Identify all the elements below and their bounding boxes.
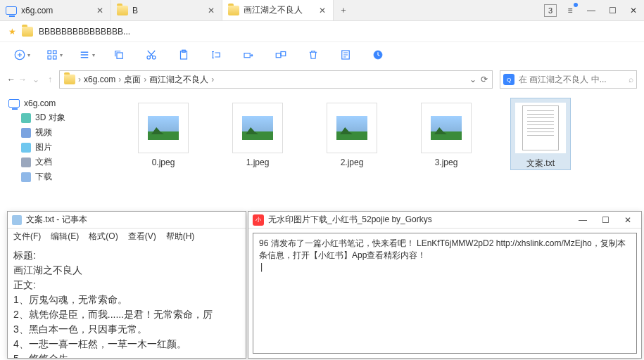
svg-rect-5: [117, 53, 122, 58]
copy-button[interactable]: [103, 42, 135, 68]
svg-rect-4: [53, 56, 57, 60]
bookmark-item[interactable]: BBBBBBBBBBBBBBB...: [39, 27, 130, 37]
app-titlebar[interactable]: 小 无水印图片下载_小红书_52pojie by_Gorkys ― ☐ ✕: [248, 212, 641, 229]
doc-icon: [21, 158, 31, 167]
maximize-button[interactable]: ☐: [602, 0, 623, 21]
address-row: ← → ⌄ ↑ › x6g.com › 桌面 › 画江湖之不良人 › ⌄⟳ Q …: [0, 68, 644, 91]
notepad-window: 文案.txt - 记事本 文件(F) 编辑(E) 格式(O) 查看(V) 帮助(…: [7, 211, 246, 359]
file-item-selected[interactable]: 文案.txt: [511, 98, 570, 169]
close-icon[interactable]: ✕: [206, 6, 216, 15]
rename-button[interactable]: [200, 42, 232, 68]
tree-download[interactable]: 下载: [3, 169, 117, 184]
tab-label: 画江湖之不良人: [244, 4, 313, 16]
menu-format[interactable]: 格式(O): [89, 231, 118, 243]
tab-label: B: [132, 6, 202, 15]
close-icon[interactable]: ✕: [95, 6, 105, 15]
tree-doc[interactable]: 文档: [3, 155, 117, 169]
tab-label: x6g.com: [21, 6, 91, 15]
svg-rect-10: [244, 53, 250, 58]
tab-strip: x6g.com ✕ B ✕ 画江湖之不良人 ✕ ＋ 3 ≡ ― ☐ ✕: [0, 0, 644, 21]
file-item[interactable]: 0.jpeg: [134, 98, 193, 167]
history-button[interactable]: [362, 42, 394, 68]
search-go-icon[interactable]: ⌕: [629, 75, 633, 84]
back-button[interactable]: ←: [7, 75, 15, 84]
cube-icon: [21, 113, 31, 123]
tab-count-badge[interactable]: 3: [544, 4, 557, 17]
close-button[interactable]: ✕: [619, 212, 637, 228]
notepad-body[interactable]: 标题: 画江湖之不良人 正文: 1、厉鬼勾魂，无常索命。 2、就凭你是臣，而我.…: [8, 244, 246, 358]
toolbar: ▾ ▾ ▾: [0, 42, 644, 68]
tab-active[interactable]: 画江湖之不良人 ✕: [222, 0, 334, 20]
app-icon: 小: [253, 214, 264, 226]
image-thumb: [421, 103, 472, 153]
folder-icon: [64, 75, 75, 84]
folder-icon: [228, 6, 239, 15]
refresh-button[interactable]: ⟳: [481, 75, 488, 84]
app-textarea[interactable]: 96 清发布了一篇小红书笔记，快来看吧！ LEnKfT6jMMW2pD2 htt…: [253, 233, 637, 354]
close-button[interactable]: ✕: [623, 0, 644, 21]
tab-x6g[interactable]: x6g.com ✕: [0, 0, 111, 20]
delete-button[interactable]: [297, 42, 329, 68]
app-title: 无水印图片下载_小红书_52pojie by_Gorkys: [268, 214, 432, 226]
copy-to-button[interactable]: [265, 42, 297, 68]
nav-arrows: ← → ⌄ ↑: [7, 75, 52, 84]
svg-rect-2: [53, 51, 57, 54]
svg-rect-3: [48, 56, 51, 60]
new-button[interactable]: ▾: [6, 42, 38, 68]
tree-video[interactable]: 视频: [3, 125, 117, 140]
window-controls: 3 ≡ ― ☐ ✕: [544, 0, 644, 20]
bookmarks-bar: ★ BBBBBBBBBBBBBBB...: [0, 21, 644, 42]
new-tab-button[interactable]: ＋: [334, 0, 353, 20]
up-button[interactable]: ↑: [48, 75, 52, 84]
image-thumb: [138, 103, 189, 153]
menu-help[interactable]: 帮助(H): [166, 231, 195, 243]
notepad-titlebar[interactable]: 文案.txt - 记事本: [8, 212, 246, 229]
menu-icon[interactable]: ≡: [560, 0, 581, 21]
tree-root[interactable]: x6g.com: [3, 96, 117, 110]
folder-icon: [117, 6, 128, 15]
folder-icon: [22, 27, 33, 37]
tab-b[interactable]: B ✕: [111, 0, 222, 20]
crumb[interactable]: x6g.com: [84, 75, 115, 84]
menu-file[interactable]: 文件(F): [13, 231, 41, 243]
breadcrumb[interactable]: › x6g.com › 桌面 › 画江湖之不良人 › ⌄⟳: [59, 70, 493, 89]
notepad-menu: 文件(F) 编辑(E) 格式(O) 查看(V) 帮助(H): [8, 229, 246, 244]
crumb[interactable]: 桌面: [124, 74, 141, 86]
menu-view[interactable]: 查看(V): [128, 231, 156, 243]
file-item[interactable]: 3.jpeg: [417, 98, 476, 167]
properties-button[interactable]: [329, 42, 362, 68]
app-window: 小 无水印图片下载_小红书_52pojie by_Gorkys ― ☐ ✕ 96…: [248, 211, 642, 359]
monitor-icon: [6, 6, 17, 15]
image-icon: [21, 143, 31, 153]
notepad-title: 文案.txt - 记事本: [26, 214, 87, 226]
sort-button[interactable]: ▾: [70, 42, 103, 68]
image-thumb: [327, 103, 377, 153]
forward-button[interactable]: →: [18, 75, 27, 84]
maximize-button[interactable]: ☐: [596, 212, 614, 228]
dropdown-history-button[interactable]: ⌄: [32, 75, 39, 84]
minimize-button[interactable]: ―: [574, 212, 592, 228]
search-box[interactable]: Q ⌕: [500, 70, 637, 89]
view-button[interactable]: ▾: [38, 42, 70, 68]
paste-button[interactable]: [168, 42, 200, 68]
file-item[interactable]: 1.jpeg: [228, 98, 287, 167]
crumb[interactable]: 画江湖之不良人: [149, 74, 208, 86]
menu-edit[interactable]: 编辑(E): [51, 231, 79, 243]
tree-image[interactable]: 图片: [3, 140, 117, 155]
cut-button[interactable]: [135, 42, 168, 68]
star-icon[interactable]: ★: [8, 27, 16, 37]
monitor-icon: [8, 99, 20, 108]
svg-rect-12: [281, 52, 286, 56]
search-icon: Q: [503, 74, 514, 85]
path-dropdown[interactable]: ⌄: [469, 75, 476, 84]
file-item[interactable]: 2.jpeg: [322, 98, 381, 167]
move-button[interactable]: [232, 42, 265, 68]
tree-3d[interactable]: 3D 对象: [3, 110, 117, 125]
svg-rect-1: [48, 51, 51, 54]
notepad-icon: [12, 215, 22, 225]
download-icon: [21, 172, 31, 182]
minimize-button[interactable]: ―: [581, 0, 602, 21]
text-thumb: [515, 103, 566, 153]
search-input[interactable]: [519, 75, 624, 84]
close-icon[interactable]: ✕: [317, 6, 327, 15]
